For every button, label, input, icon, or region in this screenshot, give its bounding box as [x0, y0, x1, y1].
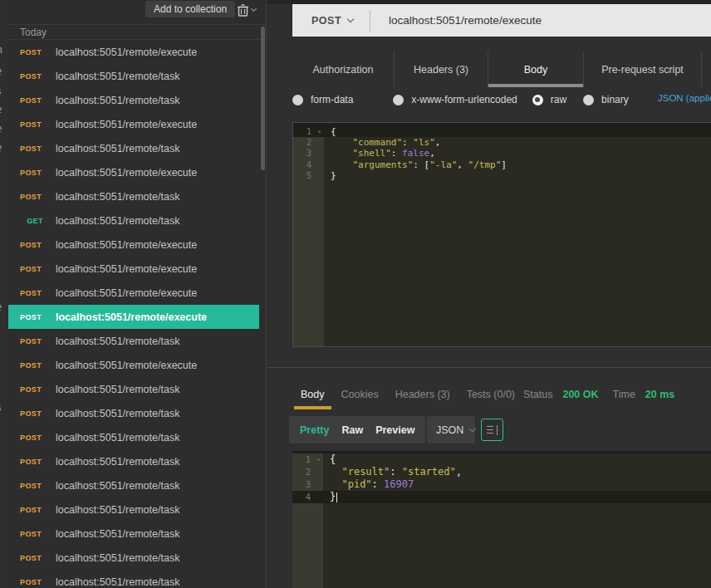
content-type-selector[interactable]: JSON (application/js [658, 93, 711, 103]
wrap-text-button[interactable] [481, 419, 503, 441]
request-body-editor[interactable]: 1▾{2 "command": "ls",3 "shell": false,4 … [292, 122, 711, 347]
history-item[interactable]: GETlocalhost:5051/remote/task [8, 208, 259, 233]
history-item-url: localhost:5051/remote/task [56, 191, 179, 203]
request-url-input[interactable]: localhost:5051/remote/execute [389, 14, 542, 27]
history-item-url: localhost:5051/remote/task [56, 143, 179, 154]
fold-arrow-icon[interactable]: ▾ [316, 453, 321, 466]
method-dropdown[interactable]: POST [292, 15, 370, 27]
history-item[interactable]: POSTlocalhost:5051/remote/execute [8, 112, 259, 136]
history-item[interactable]: POSTlocalhost:5051/remote/execute [8, 40, 259, 64]
request-url-bar: POST localhost:5051/remote/execute [292, 4, 711, 37]
history-item-url: localhost:5051/remote/task [56, 528, 179, 540]
fold-arrow-icon[interactable]: ▾ [317, 126, 321, 137]
method-badge: POST [20, 145, 47, 153]
response-tab-tests-[interactable]: Tests (0/0) [467, 378, 515, 410]
history-item[interactable]: POSTlocalhost:5051/remote/execute [8, 233, 259, 257]
history-item[interactable]: POSTlocalhost:5051/remote/execute [8, 281, 259, 305]
radio-icon [532, 95, 543, 105]
line-number: 2 [293, 137, 324, 148]
line-number: 4 [292, 491, 323, 503]
radio-icon [292, 95, 303, 105]
history-item[interactable]: POSTlocalhost:5051/remote/task [8, 88, 259, 112]
history-item-url: localhost:5051/remote/task [56, 480, 179, 492]
history-item[interactable]: POSTlocalhost:5051/remote/execute [8, 257, 259, 281]
history-item[interactable]: POSTlocalhost:5051/remote/task [8, 570, 259, 588]
response-toolbar: PrettyRawPreview JSON [267, 415, 711, 445]
background-text-fragment: e [0, 301, 2, 314]
tab-body[interactable]: Body [488, 51, 584, 87]
history-item[interactable]: POSTlocalhost:5051/remote/task [8, 401, 259, 425]
body-mode-binary[interactable]: binary [583, 94, 629, 105]
history-item[interactable]: POSTlocalhost:5051/remote/task [8, 184, 259, 208]
history-item[interactable]: POSTlocalhost:5051/remote/task [8, 136, 259, 160]
sidebar-toolbar: Add to collection [8, 0, 266, 24]
history-item[interactable]: POSTlocalhost:5051/remote/task [8, 449, 259, 473]
chevron-down-icon [347, 15, 354, 22]
history-item[interactable]: POSTlocalhost:5051/remote/task [8, 546, 259, 570]
body-mode-row: form-datax-www-form-urlencodedrawbinaryJ… [292, 87, 711, 112]
history-item-url: localhost:5051/remote/execute [56, 119, 197, 130]
radio-label: x-www-form-urlencoded [411, 94, 517, 105]
line-number: 1▾ [293, 126, 324, 137]
add-to-collection-button[interactable]: Add to collection [145, 1, 235, 17]
body-mode-x-www-form-urlencoded[interactable]: x-www-form-urlencoded [393, 94, 517, 105]
history-item-url: localhost:5051/remote/task [56, 384, 179, 395]
sidebar-scrollbar-thumb[interactable] [261, 27, 265, 170]
method-badge: POST [20, 241, 47, 249]
text-cursor [336, 492, 338, 502]
code-line: 3 "pid": 16907 [292, 478, 711, 491]
history-item-url: localhost:5051/remote/task [56, 336, 179, 347]
history-item[interactable]: POSTlocalhost:5051/remote/task [8, 473, 259, 497]
code-line: 4} [292, 491, 711, 503]
history-item-url: localhost:5051/remote/task [56, 215, 179, 227]
radio-icon [393, 95, 404, 105]
tab-authorization[interactable]: Authorization [292, 51, 395, 87]
history-item-url: localhost:5051/remote/execute [56, 360, 197, 371]
background-text-fragment: s [0, 401, 1, 414]
tab-pre-request-script[interactable]: Pre-request script [584, 51, 702, 87]
response-tab-body[interactable]: Body [301, 378, 325, 410]
line-number: 2 [292, 466, 323, 478]
history-item[interactable]: POSTlocalhost:5051/remote/task [8, 64, 259, 88]
history-item[interactable]: POSTlocalhost:5051/remote/task [8, 522, 259, 546]
background-text-fragment: n [0, 43, 2, 56]
clear-history-button[interactable] [238, 2, 262, 18]
history-item[interactable]: POSTlocalhost:5051/remote/execute [8, 305, 259, 329]
history-item[interactable]: POSTlocalhost:5051/remote/task [8, 425, 259, 449]
view-mode-raw[interactable]: Raw [341, 424, 363, 436]
format-label: JSON [436, 424, 463, 436]
view-mode-preview[interactable]: Preview [375, 424, 414, 436]
format-dropdown[interactable]: JSON [427, 416, 475, 443]
history-item-url: localhost:5051/remote/task [56, 456, 179, 468]
code-line: 1▾{ [293, 126, 711, 137]
body-mode-raw[interactable]: raw [532, 94, 566, 105]
chevron-down-icon [251, 6, 257, 12]
response-tab-headers-[interactable]: Headers (3) [395, 378, 450, 410]
history-item-url: localhost:5051/remote/execute [56, 263, 197, 275]
radio-label: binary [601, 94, 629, 105]
code-line: 2 "result": "started", [292, 466, 711, 478]
history-item[interactable]: POSTlocalhost:5051/remote/task [8, 377, 259, 401]
response-status-group: Status 200 OK Time 20 ms [523, 378, 689, 410]
method-badge: POST [20, 506, 47, 514]
history-item[interactable]: POSTlocalhost:5051/remote/task [8, 329, 259, 353]
history-item[interactable]: POSTlocalhost:5051/remote/execute [8, 160, 259, 184]
method-badge: POST [20, 434, 47, 442]
method-badge: POST [20, 72, 47, 81]
response-divider [267, 367, 711, 368]
view-mode-pretty[interactable]: Pretty [300, 424, 329, 436]
history-item-url: localhost:5051/remote/execute [56, 239, 197, 251]
history-item-url: localhost:5051/remote/task [56, 408, 179, 419]
history-item-url: localhost:5051/remote/execute [56, 47, 197, 58]
body-mode-form-data[interactable]: form-data [292, 94, 353, 105]
time-value: 20 ms [645, 389, 674, 400]
status-label: Status [523, 389, 552, 400]
history-item[interactable]: POSTlocalhost:5051/remote/task [8, 497, 259, 522]
code-line: 5} [293, 170, 711, 181]
response-tab-cookies[interactable]: Cookies [341, 378, 379, 410]
method-badge: POST [20, 482, 47, 490]
response-body-editor[interactable]: 1▾{2 "result": "started",3 "pid": 169074… [292, 451, 711, 588]
tab-headers-[interactable]: Headers (3) [395, 51, 488, 87]
history-item[interactable]: POSTlocalhost:5051/remote/execute [8, 353, 259, 377]
method-badge: POST [20, 169, 47, 177]
